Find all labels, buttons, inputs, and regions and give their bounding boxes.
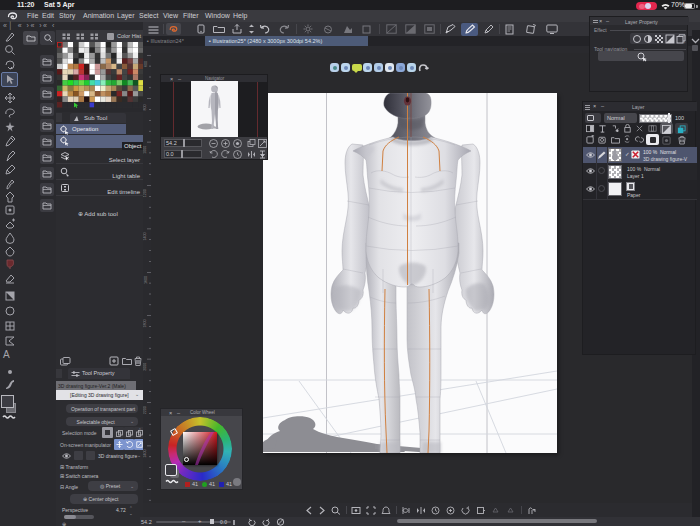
svg-text:2400: 2400 bbox=[144, 450, 148, 458]
svg-text:2000: 2000 bbox=[144, 363, 148, 371]
svg-text:1800: 1800 bbox=[144, 319, 148, 327]
svg-text:1600: 1600 bbox=[144, 276, 148, 284]
svg-text:1200: 1200 bbox=[144, 189, 148, 197]
svg-text:800: 800 bbox=[144, 104, 148, 110]
svg-text:600: 600 bbox=[144, 61, 148, 67]
svg-text:2200: 2200 bbox=[144, 406, 148, 414]
svg-text:1400: 1400 bbox=[144, 233, 148, 241]
svg-text:1000: 1000 bbox=[144, 146, 148, 154]
